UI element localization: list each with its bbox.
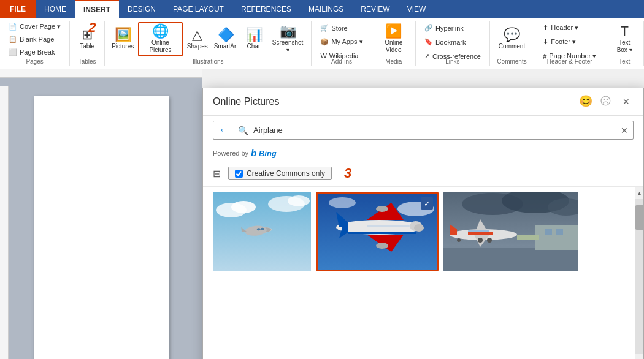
btn-comment[interactable]: 💬 Comment	[495, 22, 529, 56]
page-break-icon: ⬜	[9, 48, 17, 56]
screenshot-label: Screenshot ▾	[272, 39, 304, 54]
group-media-label: Media	[377, 58, 410, 65]
happy-icon[interactable]: 😊	[579, 94, 592, 109]
blank-page-label: Blank Page	[20, 36, 54, 43]
online-pictures-label: Online Pictures	[143, 39, 177, 54]
powered-by-text: Powered by	[213, 149, 248, 157]
group-pages-label: Pages	[5, 58, 64, 65]
scroll-thumb[interactable]	[635, 205, 644, 230]
tab-view[interactable]: VIEW	[399, 0, 435, 18]
images-container: ✓	[203, 187, 643, 359]
dialog-titlebar: Online Pictures 😊 ☹ ✕	[203, 88, 643, 116]
document-page	[34, 96, 169, 359]
selected-checkmark: ✓	[421, 197, 433, 210]
svg-point-44	[457, 238, 461, 242]
btn-pictures[interactable]: 🖼️ Pictures	[110, 22, 136, 56]
btn-text-box[interactable]: T Text Box ▾	[610, 22, 638, 56]
bing-label: Bing	[259, 149, 277, 158]
btn-header[interactable]: ⬆ Header ▾	[539, 22, 582, 34]
tab-design[interactable]: DESIGN	[119, 0, 164, 18]
bookmark-label: Bookmark	[435, 39, 466, 46]
main-layout: Online Pictures 😊 ☹ ✕ ← 🔍 ✕ Powered by b…	[0, 69, 644, 359]
svg-rect-25	[348, 232, 416, 234]
tab-page-layout[interactable]: PAGE LAYOUT	[164, 0, 232, 18]
text-box-label: Text Box ▾	[614, 39, 635, 54]
image-thumb-3[interactable]	[443, 192, 578, 271]
dialog-title-icons: 😊 ☹ ✕	[579, 94, 634, 109]
step3-badge: 3	[344, 165, 351, 181]
search-input[interactable]	[253, 126, 616, 135]
tab-review[interactable]: REVIEW	[352, 0, 398, 18]
apps-icon: 📦	[320, 38, 329, 46]
btn-chart[interactable]: 📊 Chart	[242, 22, 267, 56]
pictures-icon: 🖼️	[115, 28, 131, 42]
btn-shapes[interactable]: △ Shapes	[185, 22, 210, 56]
creative-commons-label: Creative Commons only	[247, 169, 325, 178]
dialog-search-area: ← 🔍 ✕	[203, 116, 643, 145]
btn-online-pictures[interactable]: 🌐 Online Pictures	[138, 22, 182, 56]
table-icon: ⊞	[82, 28, 93, 42]
btn-store[interactable]: 🛒 Store	[316, 22, 351, 34]
group-tables-label: Tables	[75, 58, 99, 65]
btn-blank-page[interactable]: 📋 Blank Page	[5, 34, 64, 45]
scroll-track	[635, 199, 644, 354]
tab-home[interactable]: HOME	[36, 0, 75, 18]
svg-rect-22	[367, 225, 410, 227]
group-addins: 🛒 Store 📦 My Apps ▾ W Wikipedia Add-ins	[312, 21, 372, 66]
blank-page-icon: 📋	[9, 36, 17, 43]
store-icon: 🛒	[320, 24, 329, 32]
chart-icon: 📊	[246, 28, 263, 42]
tab-insert[interactable]: INSERT	[75, 0, 119, 18]
btn-table[interactable]: ⊞ Table	[75, 22, 99, 56]
svg-rect-34	[556, 229, 563, 235]
svg-point-16	[414, 224, 424, 232]
filter-icon[interactable]: ⊟	[213, 168, 221, 180]
btn-online-video[interactable]: ▶️ Online Video	[377, 22, 410, 56]
text-box-icon: T	[620, 25, 628, 38]
btn-cover-page[interactable]: 📄 Cover Page ▾	[5, 21, 64, 32]
smartart-label: SmartArt	[214, 43, 238, 50]
image-thumb-2[interactable]: ✓	[316, 192, 439, 271]
svg-point-23	[376, 206, 388, 212]
btn-hyperlink[interactable]: 🔗 Hyperlink	[421, 22, 467, 34]
btn-bookmark[interactable]: 🔖 Bookmark	[421, 36, 470, 48]
online-video-label: Online Video	[381, 39, 407, 54]
online-video-icon: ▶️	[385, 25, 402, 38]
svg-point-24	[376, 243, 388, 249]
tab-mailings[interactable]: MAILINGS	[300, 0, 352, 18]
btn-screenshot[interactable]: 📷 Screenshot ▾	[269, 22, 307, 56]
screenshot-icon: 📷	[280, 25, 296, 38]
btn-smartart[interactable]: 🔷 SmartArt	[212, 22, 240, 56]
ribbon-content: 📄 Cover Page ▾ 📋 Blank Page ⬜ Page Break…	[0, 18, 644, 69]
scroll-up-button[interactable]: ▲	[635, 187, 644, 199]
svg-rect-30	[443, 247, 578, 271]
shapes-label: Shapes	[187, 43, 208, 50]
group-text-label: Text	[610, 58, 638, 65]
close-button[interactable]: ✕	[619, 94, 634, 109]
sad-icon[interactable]: ☹	[600, 94, 611, 109]
image-thumb-1[interactable]	[213, 192, 311, 271]
svg-point-43	[487, 238, 492, 243]
page-break-label: Page Break	[20, 48, 55, 56]
store-label: Store	[331, 25, 347, 32]
tab-file[interactable]: FILE	[0, 0, 36, 18]
search-clear-button[interactable]: ✕	[621, 126, 628, 135]
shapes-icon: △	[192, 28, 202, 42]
ribbon-tab-bar: FILE HOME INSERT DESIGN PAGE LAYOUT REFE…	[0, 0, 644, 18]
tab-references[interactable]: REFERENCES	[232, 0, 300, 18]
btn-my-apps[interactable]: 📦 My Apps ▾	[316, 36, 366, 48]
bing-logo: b Bing	[251, 148, 277, 158]
back-button[interactable]: ←	[218, 124, 229, 137]
btn-footer[interactable]: ⬇ Footer ▾	[539, 36, 580, 48]
pictures-label: Pictures	[112, 43, 134, 50]
table-label: Table	[80, 43, 94, 50]
btn-page-break[interactable]: ⬜ Page Break	[5, 47, 64, 58]
ruler-horizontal	[0, 69, 202, 78]
online-pictures-dialog: Online Pictures 😊 ☹ ✕ ← 🔍 ✕ Powered by b…	[202, 88, 644, 359]
group-header-footer-label: Header & Footer	[539, 58, 600, 65]
creative-commons-filter[interactable]: Creative Commons only	[228, 167, 332, 180]
images-scrollbar[interactable]: ▲ ▼	[635, 187, 643, 359]
creative-commons-checkbox[interactable]	[235, 170, 243, 178]
scroll-down-button[interactable]: ▼	[635, 354, 644, 359]
group-illustrations-label: Illustrations	[110, 58, 306, 65]
